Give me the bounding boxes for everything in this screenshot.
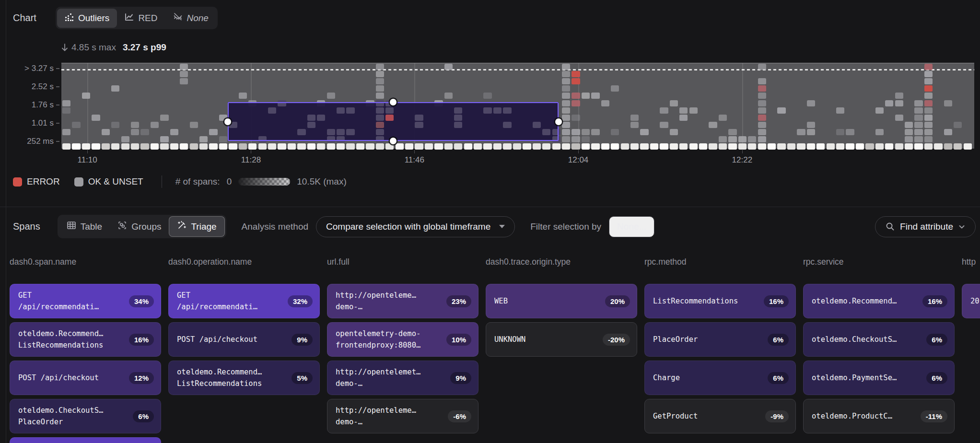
heatmap-cell [542,143,550,150]
duration-heatmap[interactable] [61,63,974,150]
heatmap-cell [131,143,139,150]
selection-handle-right[interactable] [555,118,562,125]
heatmap-cell [944,100,952,106]
heatmap-cell [895,143,903,150]
filter-selection-value: None... [617,222,646,232]
heatmap-cell [924,143,933,150]
filter-selection-button[interactable]: None... [609,216,654,237]
attribute-value-card[interactable]: GET/api/recommendati…34% [10,284,161,318]
heatmap-cell [827,143,835,150]
attribute-value-card[interactable]: GET/api/recommendati…32% [168,284,320,318]
heatmap-cell [660,107,668,114]
heatmap-cell [728,136,736,142]
heatmap-cell [572,136,580,142]
heatmap-cell [914,136,922,142]
selection-handle-left[interactable] [224,118,231,125]
chart-mode-red[interactable]: RED [117,9,165,28]
heatmap-cell [356,143,364,150]
find-attribute-label: Find attribute [900,222,953,232]
heatmap-cell [248,143,257,150]
heatmap-cell [288,143,296,150]
heatmap-cell [160,115,168,121]
attribute-value-label: oteldemo.Recommend… [812,295,919,307]
analysis-method-dropdown[interactable]: Compare selection with global timeframe [316,216,515,237]
heatmap-cell [875,129,884,135]
attribute-value-card[interactable]: opentelemetry-demo-frontendproxy:8080…10… [327,322,478,357]
attribute-value-label: oteldemo.Recommend…ListRecommendations [18,328,125,351]
heatmap-cell [582,136,590,142]
heatmap-cell [562,115,570,121]
heatmap-cell [660,122,668,128]
attribute-value-card[interactable]: POST /api/checkout9% [168,322,320,357]
attribute-value-card[interactable]: oteldemo.Recommend…ListRecommendations5% [168,361,320,395]
x-axis-label: 11:46 [405,155,424,165]
heatmap-cell [611,85,619,92]
heatmap-cell [533,143,541,150]
heatmap-cell [562,85,570,92]
y-axis-label: > 3.27 s [0,64,54,73]
heatmap-cell [611,143,619,150]
column-header: url.full [327,257,478,267]
heatmap-cell [944,129,952,135]
heatmap-cell [72,122,80,128]
view-groups[interactable]: Groups [110,217,169,236]
heatmap-error-cell [924,64,933,70]
attribute-value-card[interactable]: Charge6% [644,361,796,395]
attribute-value-card[interactable]: oteldemo.ProductC…-11% [803,399,955,433]
attribute-value-card[interactable]: oteldemo.Recommend…16% [803,284,955,318]
heatmap-error-cell [924,85,933,92]
heatmap-cell [376,78,384,84]
attribute-value-card[interactable]: WEB20% [486,284,637,318]
heatmap-cell [111,85,119,92]
attribute-value-card[interactable]: 20 [962,284,980,318]
heatmap-cell [376,143,384,150]
attribute-value-card[interactable]: GetProduct-9% [644,399,796,433]
heatmap-cell [719,115,727,121]
attribute-value-card[interactable]: ListRecommendations16% [644,284,796,318]
attribute-value-card[interactable]: oteldemo.PaymentSe…6% [803,361,955,395]
heatmap-cell [562,136,570,142]
view-table[interactable]: Table [59,217,110,236]
chart-mode-outliers[interactable]: Outliers [57,9,117,28]
attribute-value-card[interactable]: UNKNOWN-20% [486,322,637,357]
attribute-value-card[interactable]: oteldemo.CheckoutS…PlaceOrder6% [10,399,161,433]
view-triage[interactable]: Triage [169,216,224,237]
attribute-value-card[interactable]: http://openteleme…demo-…-6% [327,399,478,433]
heatmap-cell [82,143,90,150]
percentage-badge: -11% [921,410,947,422]
x-axis-label: 11:10 [77,155,97,165]
chart-mode-none[interactable]: None [165,8,216,28]
heatmap-cell [151,143,159,150]
selection-handle-top[interactable] [390,99,397,105]
heatmap-cell [346,143,354,150]
find-attribute-dropdown[interactable]: Find attribute [875,216,976,237]
heatmap-cell [817,143,825,150]
column-header: rpc.method [644,257,796,267]
attribute-value-card[interactable]: POST /api/checkout12% [10,361,161,395]
percentage-badge: 9% [292,334,313,346]
heatmap-cell [151,122,159,128]
group-icon [117,221,127,233]
eye-off-icon [173,12,183,24]
heatmap-error-cell [572,78,580,84]
attribute-value-label: GET/api/recommendati… [177,290,284,313]
arrow-down-icon [61,43,69,52]
heatmap-cell [562,143,570,150]
attribute-value-card[interactable]: oteldemo.CheckoutS…6% [803,322,955,357]
heatmap-cell [670,129,678,135]
selection-handle-bottom[interactable] [390,138,397,144]
heatmap-cell [689,107,698,114]
heatmap-cell [376,64,384,70]
attribute-value-card[interactable]: oteldemo.Recommend…ListRecommendations16… [10,322,161,357]
attribute-value-card[interactable] [10,437,161,443]
percentage-badge: 20% [605,295,630,307]
attribute-value-card[interactable]: PlaceOrder6% [644,322,796,357]
chart-mode-red-label: RED [138,13,157,23]
caret-down-icon [499,225,505,228]
heatmap-cell [327,143,335,150]
heatmap-cell [62,129,70,135]
attribute-value-card[interactable]: http://openteleme…demo-…23% [327,284,478,318]
selection-box[interactable] [228,102,559,141]
attribute-value-card[interactable]: http://opentelemet…demo-…9% [327,361,478,395]
heatmap-cell [924,129,933,135]
